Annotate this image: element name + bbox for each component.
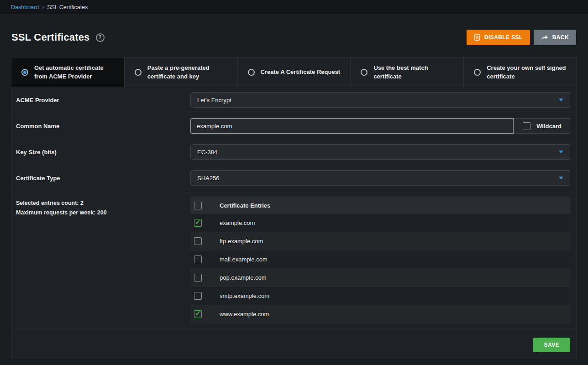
entry-checkbox[interactable] <box>194 310 202 318</box>
key-size-label: Key Size (bits) <box>16 149 190 156</box>
entry-name: pop.example.com <box>220 274 267 281</box>
breadcrumb-current: SSL Certificates <box>47 4 88 10</box>
wildcard-checkbox-group[interactable]: Wildcard <box>514 118 570 134</box>
entry-checkbox[interactable] <box>194 237 202 245</box>
tab-label: Paste a pre-generated certificate and ke… <box>147 63 231 81</box>
tab-self-signed[interactable]: Create your own self signed certificate <box>464 57 577 87</box>
table-row: pop.example.com <box>190 269 570 287</box>
back-button[interactable]: BACK <box>534 30 576 45</box>
common-name-row: Common Name Wildcard <box>11 113 577 139</box>
radio-icon <box>135 69 142 76</box>
entry-checkbox[interactable] <box>194 256 202 263</box>
entry-name: mail.example.com <box>220 256 268 263</box>
acme-provider-label: ACME Provider <box>16 97 190 104</box>
disable-ssl-icon <box>474 34 480 41</box>
header-actions: DISABLE SSL BACK <box>467 30 576 45</box>
chevron-down-icon <box>559 151 563 153</box>
acme-provider-row: ACME Provider Let's Encrypt <box>11 87 577 113</box>
tab-acme-automatic[interactable]: Get automatic certificate from ACME Prov… <box>11 57 125 87</box>
tab-paste-certificate[interactable]: Paste a pre-generated certificate and ke… <box>125 57 238 87</box>
entries-info: Selected entries count: 2 Maximum reques… <box>16 197 190 217</box>
entry-checkbox[interactable] <box>194 219 202 227</box>
help-icon[interactable]: ? <box>96 33 105 42</box>
breadcrumb: Dashboard › SSL Certificates <box>0 0 588 14</box>
radio-icon <box>474 69 481 76</box>
table-row: ftp.example.com <box>190 232 570 250</box>
table-row: smtp.example.com <box>190 287 570 305</box>
key-size-value: EC-384 <box>197 149 217 156</box>
entry-checkbox[interactable] <box>194 274 202 282</box>
radio-icon <box>361 69 368 76</box>
key-size-row: Key Size (bits) EC-384 <box>11 139 577 165</box>
selected-count-text: Selected entries count: 2 <box>16 198 190 208</box>
disable-ssl-button[interactable]: DISABLE SSL <box>467 30 530 45</box>
certificate-entries-table: Certificate Entries example.com ftp.exam… <box>190 197 570 323</box>
disable-ssl-label: DISABLE SSL <box>484 34 523 41</box>
ssl-certificates-panel: Get automatic certificate from ACME Prov… <box>11 57 577 359</box>
table-header-row: Certificate Entries <box>190 197 570 214</box>
certificate-type-label: Certificate Type <box>16 175 190 182</box>
tab-certificate-request[interactable]: Create A Certificate Request <box>238 57 351 87</box>
entry-name: www.example.com <box>220 311 269 318</box>
certificate-type-row: Certificate Type SHA256 <box>11 165 577 191</box>
breadcrumb-separator: › <box>42 4 44 10</box>
radio-icon <box>248 69 255 76</box>
wildcard-checkbox[interactable] <box>523 122 530 130</box>
chevron-down-icon <box>559 177 563 179</box>
entry-name: ftp.example.com <box>220 238 263 245</box>
max-requests-text: Maximum requests per week: 200 <box>16 208 190 218</box>
tab-label: Create your own self signed certificate <box>487 63 570 81</box>
tab-label: Create A Certificate Request <box>261 68 341 77</box>
acme-provider-value: Let's Encrypt <box>197 97 231 104</box>
acme-provider-select[interactable]: Let's Encrypt <box>190 92 570 108</box>
certificate-method-tabs: Get automatic certificate from ACME Prov… <box>11 57 577 87</box>
common-name-input[interactable] <box>190 118 514 134</box>
select-all-checkbox[interactable] <box>194 202 202 209</box>
entry-checkbox[interactable] <box>194 292 202 300</box>
key-size-select[interactable]: EC-384 <box>190 144 570 160</box>
tab-label: Get automatic certificate from ACME Prov… <box>34 63 118 81</box>
chevron-down-icon <box>559 99 563 101</box>
certificate-type-value: SHA256 <box>197 175 219 182</box>
table-header-label: Certificate Entries <box>220 202 270 209</box>
back-arrow-icon <box>541 35 548 40</box>
wildcard-label: Wildcard <box>536 123 562 130</box>
tab-label: Use the best match certificate <box>373 63 457 81</box>
entry-name: example.com <box>220 219 255 226</box>
table-row: example.com <box>190 214 570 232</box>
tab-best-match[interactable]: Use the best match certificate <box>351 57 464 87</box>
certificate-entries-row: Selected entries count: 2 Maximum reques… <box>11 191 577 331</box>
radio-icon <box>21 69 28 76</box>
page-title: SSL Certificates <box>11 31 90 43</box>
save-button[interactable]: SAVE <box>533 338 570 352</box>
table-row: www.example.com <box>190 305 570 323</box>
common-name-label: Common Name <box>16 123 190 130</box>
form-footer: SAVE <box>11 331 577 359</box>
table-row: mail.example.com <box>190 250 570 269</box>
back-label: BACK <box>552 34 569 41</box>
certificate-type-select[interactable]: SHA256 <box>190 170 570 186</box>
entry-name: smtp.example.com <box>220 292 269 299</box>
page-header: SSL Certificates ? DISABLE SSL BACK <box>0 14 588 45</box>
breadcrumb-dashboard-link[interactable]: Dashboard <box>11 4 39 10</box>
